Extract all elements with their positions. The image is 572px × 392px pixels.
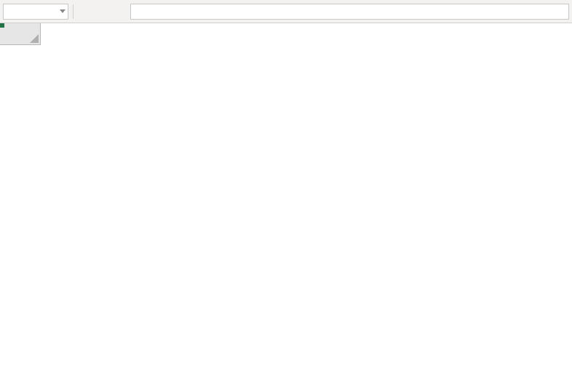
- enter-button[interactable]: [95, 4, 111, 20]
- select-all-corner[interactable]: [0, 23, 41, 45]
- formula-bar: [0, 0, 572, 23]
- cancel-button[interactable]: [78, 4, 94, 20]
- name-box-dropdown-icon[interactable]: [57, 9, 68, 14]
- insert-function-button[interactable]: [113, 4, 129, 20]
- name-box[interactable]: [3, 4, 68, 20]
- formula-bar-buttons: [78, 4, 129, 20]
- formula-input[interactable]: [130, 4, 569, 20]
- divider: [73, 4, 74, 19]
